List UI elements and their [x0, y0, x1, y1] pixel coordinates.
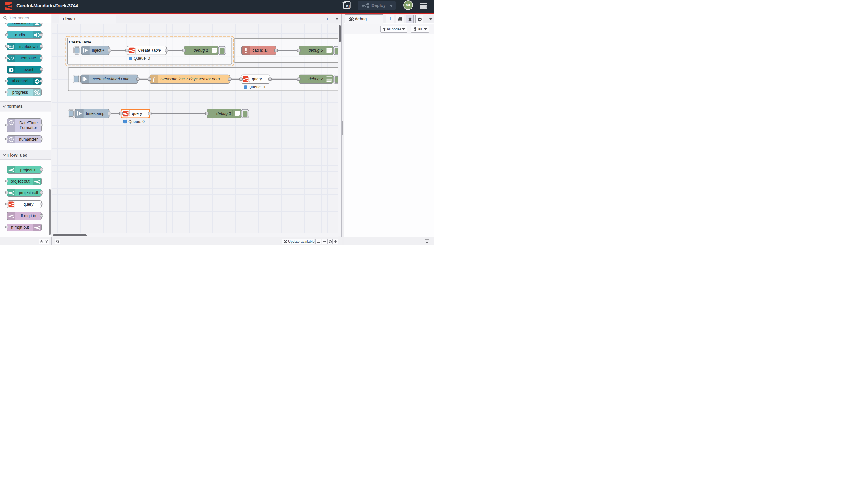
svg-text:timestamp: timestamp — [86, 111, 104, 116]
svg-text:ƒ: ƒ — [152, 76, 156, 83]
svg-text:query: query — [252, 77, 262, 81]
svg-text:inject 1: inject 1 — [92, 48, 104, 53]
svg-text:debug 1: debug 1 — [193, 48, 208, 53]
svg-text:Create Table: Create Table — [138, 48, 161, 53]
svg-text:Queue: 0: Queue: 0 — [249, 85, 265, 89]
svg-text:AI: AI — [346, 4, 350, 9]
svg-text:debug 3: debug 3 — [216, 111, 231, 116]
svg-text:debug 2: debug 2 — [308, 77, 323, 81]
svg-text:Queue: 0: Queue: 0 — [134, 56, 150, 61]
svg-text:Queue: 0: Queue: 0 — [128, 119, 145, 124]
svg-text:query: query — [132, 111, 142, 116]
svg-text:catch: all: catch: all — [253, 48, 268, 53]
svg-text:Insert simulated Data: Insert simulated Data — [92, 77, 129, 81]
svg-text:Create Table: Create Table — [69, 40, 91, 44]
svg-text:Generate last 7 days sensor da: Generate last 7 days sensor data — [160, 77, 220, 81]
svg-text:debug 6: debug 6 — [308, 48, 323, 53]
